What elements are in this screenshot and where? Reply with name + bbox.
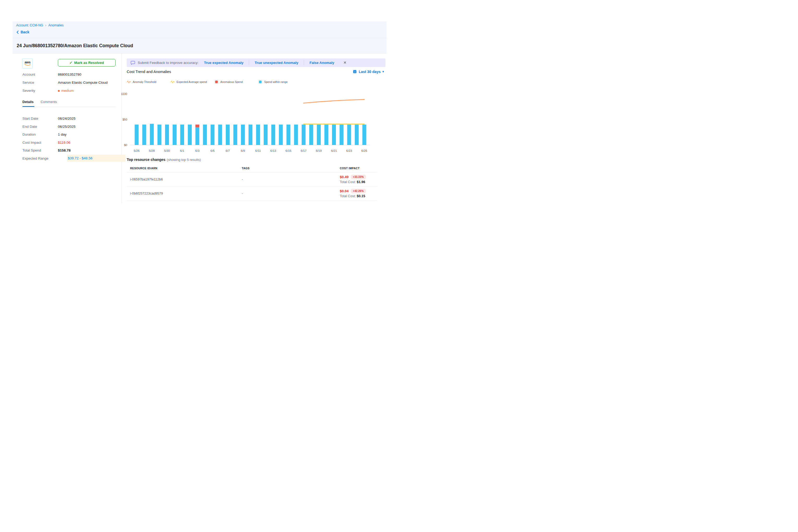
spend-bar-5-31[interactable] — [173, 125, 176, 145]
spend-bar-5-30[interactable] — [165, 125, 169, 145]
detail-row-duration: Duration1 day — [22, 132, 116, 137]
legend-spend-within-range-icon — [258, 80, 262, 84]
detail-row-start-date: Start Date06/24/2025 — [22, 116, 116, 121]
detail-value-duration: 1 day — [58, 132, 66, 136]
mark-as-resolved-button[interactable]: ✓ Mark as Resolved — [58, 59, 116, 66]
resource-tags: - — [242, 177, 340, 181]
chevron-left-icon — [16, 31, 19, 34]
spend-bar-6-13[interactable] — [271, 125, 275, 145]
cost-impact-cell: $0.49+33.33%Total Cost: $1.96 — [340, 173, 377, 186]
content-area: aws ✓ Mark as Resolved Account8680013527… — [13, 54, 386, 220]
chat-bubble-icon — [130, 60, 135, 65]
feedback-option-false-anomaly[interactable]: False Anomaly — [309, 61, 334, 65]
legend-expected-average-spend-icon — [171, 80, 175, 84]
spend-bar-6-20[interactable] — [324, 125, 328, 145]
column-header-tags: TAGS — [242, 167, 340, 170]
spend-bar-6-15[interactable] — [287, 125, 290, 145]
cost-impact-cell: $0.04+42.26%Total Cost: $0.15 — [340, 187, 377, 200]
y-axis-tick-100: $100 — [121, 92, 127, 95]
spend-bar-5-27[interactable] — [142, 125, 146, 145]
legend-item-anomalous-spend[interactable]: Anomalous Spend — [214, 80, 258, 84]
x-axis-tick-6-11: 6/11 — [255, 149, 261, 152]
close-icon[interactable]: ✕ — [343, 60, 347, 65]
legend-label-expected-average-spend: Expected Average spend — [176, 80, 207, 83]
summary-row-service: ServiceAmazon Elastic Compute Cloud — [22, 80, 116, 85]
chart-title: Cost Trend and Anomalies — [127, 70, 171, 74]
chart-header: Cost Trend and Anomalies Last 30 days ▾ — [127, 70, 384, 74]
spend-bar-6-25[interactable] — [362, 125, 366, 145]
spend-bar-5-29[interactable] — [157, 125, 162, 145]
legend-label-anomalous-spend: Anomalous Spend — [220, 80, 243, 83]
summary-row-account: Account868001352780 — [22, 72, 116, 77]
breadcrumb-separator-icon: › — [45, 23, 46, 27]
anomaly-threshold-line — [304, 99, 364, 103]
spend-bar-6-14[interactable] — [279, 125, 283, 145]
total-cost-line: Total Cost: $1.96 — [340, 180, 377, 184]
title-band: 24 Jun/868001352780/Amazon Elastic Compu… — [13, 38, 386, 54]
change-percent-badge: +42.26% — [351, 189, 366, 193]
detail-label-duration: Duration — [22, 132, 58, 136]
cost-trend-panel: Submit Feedback to improve accuracy: Tru… — [121, 54, 386, 220]
spend-bar-6-1[interactable] — [180, 125, 184, 145]
y-axis-tick-0: $0 — [124, 144, 127, 147]
resolve-button-label: Mark as Resolved — [74, 61, 104, 65]
spend-bar-6-12[interactable] — [264, 125, 268, 145]
breadcrumb-anomalies-link[interactable]: Anomalies — [49, 23, 64, 27]
severity-text: medium — [61, 89, 74, 93]
spend-bar-6-4[interactable] — [203, 125, 207, 145]
cost-impact-value: $0.49 — [340, 175, 349, 179]
x-axis-tick-6-21: 6/21 — [331, 149, 337, 152]
detail-label-cost-impact: Cost Impact — [22, 140, 58, 145]
spend-bar-6-9[interactable] — [241, 125, 245, 145]
tabs-underline — [22, 107, 116, 107]
detail-label-total-spend: Total Spend — [22, 148, 58, 152]
tab-comments[interactable]: Comments — [41, 100, 57, 104]
spend-bar-6-5[interactable] — [211, 125, 215, 145]
summary-row-severity: Severitymedium — [22, 88, 116, 93]
tab-details[interactable]: Details — [22, 100, 34, 104]
total-cost-value: $1.96 — [357, 180, 365, 184]
detail-row-cost-impact: Cost Impact$119.06 — [22, 140, 116, 145]
spend-bar-6-11[interactable] — [256, 125, 260, 145]
spend-bar-6-24[interactable] — [355, 125, 359, 145]
spend-bar-5-28[interactable] — [150, 124, 154, 145]
feedback-option-true-expected-anomaly[interactable]: True expected Anomaly — [204, 61, 243, 65]
x-axis-tick-5-30: 5/30 — [164, 149, 170, 152]
spend-bar-6-10[interactable] — [249, 125, 252, 145]
active-tab-indicator — [22, 106, 34, 107]
anomalous-segment-6-3[interactable] — [195, 125, 199, 127]
spend-bar-6-23[interactable] — [347, 125, 351, 145]
date-range-selector[interactable]: Last 30 days ▾ — [353, 70, 384, 74]
x-axis-tick-6-1: 6/1 — [180, 149, 184, 152]
spend-bar-6-17[interactable] — [302, 125, 306, 145]
severity-dot-icon — [58, 90, 60, 92]
legend-item-spend-within-range[interactable]: Spend within range — [258, 80, 302, 84]
tabs: DetailsComments — [22, 100, 57, 104]
spend-bar-6-21[interactable] — [332, 125, 336, 145]
spend-bar-6-22[interactable] — [340, 125, 343, 145]
breadcrumb-account-link[interactable]: Account: CCM-NG — [16, 23, 43, 27]
spend-bar-6-7[interactable] — [226, 125, 230, 145]
detail-label-start-date: Start Date — [22, 117, 58, 120]
spend-bar-6-16[interactable] — [294, 125, 298, 145]
spend-bar-6-2[interactable] — [188, 125, 192, 145]
feedback-divider — [304, 60, 304, 65]
feedback-prompt: Submit Feedback to improve accuracy: — [138, 61, 198, 65]
x-axis-tick-6-5: 6/5 — [210, 149, 215, 152]
detail-value-end-date: 06/25/2025 — [58, 125, 76, 129]
resources-title: Top resource changes — [127, 157, 165, 162]
spend-bar-6-19[interactable] — [317, 125, 321, 145]
spend-bar-6-18[interactable] — [309, 125, 313, 145]
spend-bar-5-26[interactable] — [135, 125, 139, 145]
feedback-option-true-unexpected-anomaly[interactable]: True unexpected Anomaly — [254, 61, 298, 65]
spend-bar-6-8[interactable] — [233, 125, 237, 145]
detail-value-start-date: 06/24/2025 — [58, 117, 76, 120]
spend-bar-6-6[interactable] — [218, 125, 222, 145]
spend-bar-6-3[interactable] — [195, 127, 199, 145]
y-axis-tick-50: $50 — [122, 118, 127, 121]
x-axis-tick-6-17: 6/17 — [301, 149, 306, 152]
back-button[interactable]: Back — [16, 30, 29, 34]
legend-item-anomaly-threshold[interactable]: Anomaly Threshold — [127, 80, 171, 84]
feedback-divider — [249, 60, 249, 65]
legend-item-expected-average-spend[interactable]: Expected Average spend — [171, 80, 214, 84]
